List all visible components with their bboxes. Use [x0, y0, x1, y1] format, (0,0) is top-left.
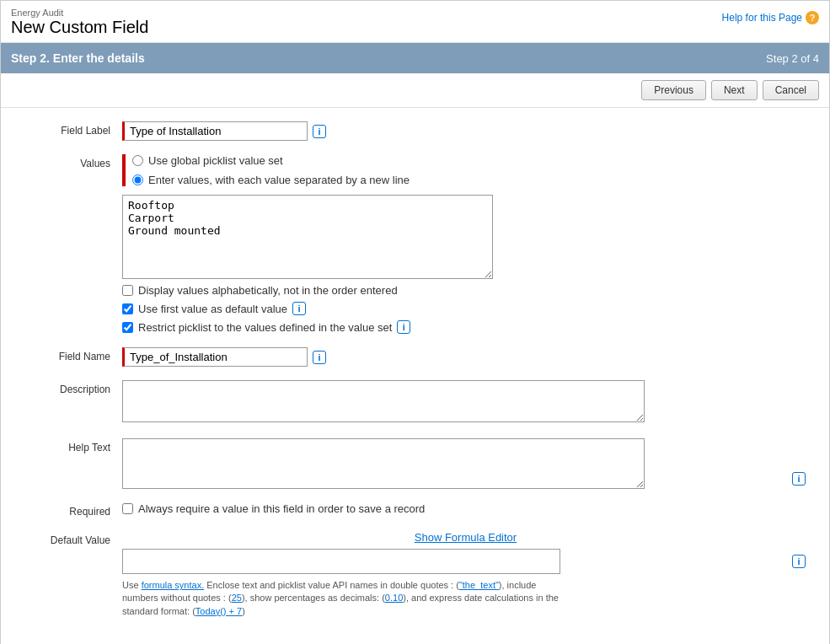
checkbox-restrict-input[interactable]: [122, 322, 133, 333]
field-name-control: i: [122, 347, 809, 367]
field-label-control: i: [122, 121, 809, 141]
help-link-text: Help for this Page: [722, 12, 802, 24]
checkbox-first-default[interactable]: Use first value as default value i: [122, 302, 809, 315]
top-next-button[interactable]: Next: [711, 80, 758, 100]
radio-enter-input[interactable]: [132, 174, 143, 185]
formula-syntax-link[interactable]: formula syntax.: [142, 580, 205, 590]
required-checkbox-label: Always require a value in this field in …: [138, 502, 425, 515]
breadcrumb-title: Energy Audit New Custom Field: [11, 8, 148, 37]
checkbox-alphabetical[interactable]: Display values alphabetically, not in th…: [122, 284, 809, 297]
default-value-label: Default Value: [21, 531, 122, 546]
content-area: Field Label i Values Use global picklist…: [1, 108, 829, 644]
description-textarea[interactable]: [122, 380, 645, 422]
checkbox-restrict[interactable]: Restrict picklist to the values defined …: [122, 320, 809, 334]
default-value-input[interactable]: [122, 549, 560, 574]
top-previous-button[interactable]: Previous: [641, 80, 706, 100]
values-control-area: Use global picklist value set Enter valu…: [122, 154, 809, 334]
page-title: New Custom Field: [11, 18, 148, 37]
formula-the-text-link[interactable]: "the_text": [459, 580, 499, 590]
top-button-bar: Previous Next Cancel: [1, 73, 829, 108]
breadcrumb: Energy Audit: [11, 8, 148, 18]
formula-hint: Use formula syntax. Enclose text and pic…: [122, 579, 560, 618]
help-text-wrapper: i: [122, 438, 809, 489]
help-text-control: i: [122, 438, 809, 489]
radio-global-label: Use global picklist value set: [148, 154, 283, 167]
values-section-wrapper: Use global picklist value set Enter valu…: [122, 154, 809, 186]
field-label-input[interactable]: [122, 121, 308, 141]
field-name-wrapper: i: [122, 347, 809, 367]
step-banner: Step 2. Enter the details Step 2 of 4: [1, 43, 829, 73]
checkbox-alphabetical-input[interactable]: [122, 285, 133, 296]
formula-25-link[interactable]: 25: [232, 593, 242, 603]
field-label-wrapper: i: [122, 121, 809, 141]
field-label-label: Field Label: [21, 121, 122, 137]
default-value-info-icon[interactable]: i: [792, 555, 806, 568]
radio-global-input[interactable]: [132, 155, 143, 166]
help-text-row: Help Text i: [21, 438, 809, 489]
values-label: Values: [21, 154, 122, 169]
field-name-row: Field Name i: [21, 347, 809, 367]
field-label-row: Field Label i: [21, 121, 809, 141]
radio-options: Use global picklist value set Enter valu…: [132, 154, 410, 186]
required-label: Required: [21, 502, 122, 518]
help-text-info-icon[interactable]: i: [792, 472, 806, 486]
page-header: Energy Audit New Custom Field Help for t…: [1, 1, 829, 43]
required-wrapper[interactable]: Always require a value in this field in …: [122, 502, 809, 515]
values-row: Values Use global picklist value set Ent…: [21, 154, 809, 334]
help-link[interactable]: Help for this Page ?: [722, 11, 819, 24]
field-name-info-icon[interactable]: i: [313, 351, 326, 364]
default-value-area: Show Formula Editor i Use formula syntax…: [122, 531, 809, 618]
formula-decimal-link[interactable]: 0.10: [385, 593, 403, 603]
required-control: Always require a value in this field in …: [122, 502, 809, 515]
formula-today-link[interactable]: Today() + 7: [195, 606, 242, 616]
checkbox-restrict-label: Restrict picklist to the values defined …: [138, 321, 392, 334]
field-label-info-icon[interactable]: i: [313, 125, 326, 138]
red-bar: [122, 154, 126, 186]
field-name-label: Field Name: [21, 347, 122, 362]
checkbox-restrict-info-icon[interactable]: i: [397, 320, 410, 334]
description-label: Description: [21, 380, 122, 395]
default-value-input-wrapper: i: [122, 549, 809, 574]
checkbox-first-default-label: Use first value as default value: [138, 303, 287, 315]
field-name-input[interactable]: [122, 347, 308, 367]
default-value-row: Default Value Show Formula Editor i Use …: [21, 531, 809, 618]
step-number: Step 2 of 4: [766, 52, 819, 65]
checkbox-first-default-input[interactable]: [122, 303, 133, 314]
radio-option-enter[interactable]: Enter values, with each value separated …: [132, 174, 410, 186]
help-text-textarea[interactable]: [122, 438, 645, 489]
top-cancel-button[interactable]: Cancel: [763, 80, 819, 100]
show-formula-editor-button[interactable]: Show Formula Editor: [122, 531, 809, 544]
checkbox-alphabetical-label: Display values alphabetically, not in th…: [138, 284, 398, 297]
description-row: Description: [21, 380, 809, 425]
required-checkbox[interactable]: [122, 503, 133, 514]
help-text-label: Help Text: [21, 438, 122, 453]
description-control: [122, 380, 809, 425]
radio-option-global[interactable]: Use global picklist value set: [132, 154, 410, 167]
help-icon: ?: [806, 11, 819, 24]
radio-enter-label: Enter values, with each value separated …: [148, 174, 410, 186]
default-value-control: Show Formula Editor i Use formula syntax…: [122, 531, 809, 618]
step-label: Step 2. Enter the details: [11, 51, 145, 65]
values-textarea[interactable]: Rooftop Carport Ground mounted: [122, 195, 493, 279]
page-wrapper: Energy Audit New Custom Field Help for t…: [0, 0, 830, 644]
checkbox-first-default-info-icon[interactable]: i: [292, 302, 306, 315]
required-row: Required Always require a value in this …: [21, 502, 809, 518]
